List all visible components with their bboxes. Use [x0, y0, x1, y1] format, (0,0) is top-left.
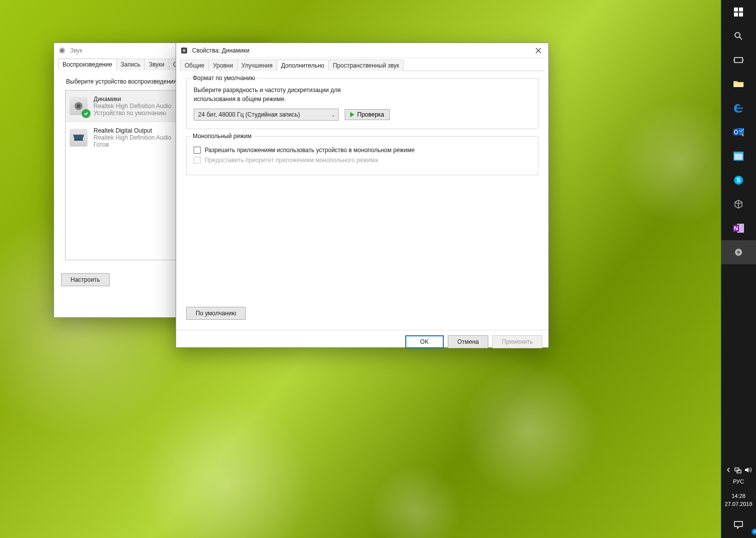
tab-sounds[interactable]: Звуки — [144, 59, 169, 70]
system-tray: РУС 14:28 27.07.2018 6 — [721, 462, 756, 538]
props-tabs: Общие Уровни Улучшения Дополнительно Про… — [176, 58, 548, 71]
digital-device-icon — [70, 129, 88, 147]
svg-rect-16 — [734, 154, 742, 160]
volume-icon[interactable] — [744, 466, 751, 473]
network-icon[interactable] — [734, 466, 741, 473]
start-button[interactable] — [721, 0, 756, 24]
search-button[interactable] — [721, 24, 756, 48]
format-legend: Формат по умолчанию — [191, 75, 257, 82]
skype-icon: S — [733, 175, 743, 185]
tab-levels[interactable]: Уровни — [208, 60, 237, 71]
props-title: Свойства: Динамики — [192, 47, 528, 54]
properties-window: Свойства: Динамики Общие Уровни Улучшени… — [176, 43, 549, 348]
cube-icon — [733, 199, 743, 209]
default-format-group: Формат по умолчанию Выберите разрядность… — [186, 78, 538, 129]
tab-playback[interactable]: Воспроизведение — [58, 59, 117, 70]
test-label: Проверка — [357, 111, 384, 118]
tab-general[interactable]: Общие — [180, 60, 209, 71]
sound-settings-button[interactable] — [721, 240, 756, 264]
ok-button[interactable]: OK — [405, 335, 444, 348]
virtualbox-button[interactable] — [721, 192, 756, 216]
device-driver: Realtek High Definition Audio — [94, 103, 171, 110]
svg-point-10 — [735, 33, 740, 38]
svg-point-1 — [61, 49, 64, 52]
time: 14:28 — [724, 492, 752, 500]
clock[interactable]: 14:28 27.07.2018 — [724, 489, 752, 511]
format-text: Выберите разрядность и частоту дискретиз… — [194, 86, 384, 104]
chevron-down-icon: ⌄ — [331, 112, 335, 118]
apply-button[interactable]: Применить — [492, 335, 542, 348]
svg-point-5 — [183, 49, 186, 52]
device-status: Готов — [94, 141, 171, 148]
tray-chevron-icon[interactable] — [725, 467, 731, 473]
notification-count: 6 — [751, 528, 756, 535]
allow-exclusive-row[interactable]: Разрешить приложениям использовать устро… — [194, 147, 531, 154]
onenote-icon: N — [733, 223, 744, 233]
svg-text:S: S — [736, 177, 740, 184]
device-driver: Realtek High Definition Audio — [94, 134, 171, 141]
exclusive-mode-group: Монопольный режим Разрешить приложениям … — [186, 136, 538, 175]
svg-rect-6 — [734, 8, 738, 12]
svg-point-23 — [737, 251, 740, 254]
task-view-button[interactable] — [721, 48, 756, 72]
configure-button[interactable]: Настроить — [61, 273, 110, 286]
action-center-button[interactable]: 6 — [721, 516, 756, 534]
tab-enhancements[interactable]: Улучшения — [237, 60, 277, 71]
svg-text:N: N — [734, 225, 738, 231]
speaker-icon — [180, 47, 188, 55]
priority-exclusive-label: Предоставить приоритет приложениям моноп… — [205, 157, 378, 164]
edge-button[interactable] — [721, 96, 756, 120]
svg-point-3 — [77, 104, 81, 108]
outlook-icon — [733, 127, 744, 137]
priority-exclusive-row: Предоставить приоритет приложениям моноп… — [194, 157, 531, 164]
file-explorer-button[interactable] — [721, 72, 756, 96]
speaker-device-icon — [70, 97, 88, 115]
device-status: Устройство по умолчанию — [94, 110, 171, 117]
outlook-button[interactable] — [721, 120, 756, 144]
checkbox-allow-exclusive[interactable] — [194, 147, 201, 154]
folder-icon — [733, 80, 743, 88]
play-icon — [350, 112, 354, 117]
svg-rect-7 — [739, 8, 743, 12]
svg-rect-11 — [734, 58, 742, 63]
app-button-1[interactable] — [721, 144, 756, 168]
taskbar: S N РУС 14:28 27 — [721, 0, 756, 538]
close-icon — [535, 48, 541, 54]
svg-rect-9 — [739, 13, 743, 17]
cancel-button[interactable]: Отмена — [448, 335, 488, 348]
exclusive-legend: Монопольный режим — [191, 133, 254, 140]
svg-rect-8 — [734, 13, 738, 17]
format-value: 24 бит, 48000 Гц (Студийная запись) — [198, 111, 300, 118]
onenote-button[interactable]: N — [721, 216, 756, 240]
tab-advanced[interactable]: Дополнительно — [277, 60, 329, 71]
windows-icon — [734, 8, 743, 17]
tab-spatial[interactable]: Пространственный звук — [328, 60, 404, 71]
restore-defaults-button[interactable]: По умолчанию — [186, 307, 246, 320]
device-name: Динамики — [94, 96, 171, 103]
skype-button[interactable]: S — [721, 168, 756, 192]
default-check-icon — [82, 109, 91, 118]
speaker-icon — [734, 248, 743, 257]
notification-icon — [734, 521, 743, 529]
allow-exclusive-label: Разрешить приложениям использовать устро… — [205, 147, 415, 154]
speaker-icon — [58, 47, 66, 55]
date: 27.07.2018 — [724, 500, 752, 508]
close-button[interactable] — [528, 43, 548, 58]
language-indicator[interactable]: РУС — [733, 478, 744, 484]
task-view-icon — [733, 56, 743, 64]
test-button[interactable]: Проверка — [345, 109, 390, 120]
edge-icon — [733, 103, 743, 113]
checkbox-priority-exclusive — [194, 157, 201, 164]
tab-recording[interactable]: Запись — [116, 59, 145, 70]
search-icon — [734, 32, 743, 41]
svg-rect-13 — [733, 129, 739, 136]
props-titlebar[interactable]: Свойства: Динамики — [176, 43, 548, 58]
window-icon — [733, 152, 743, 161]
device-name: Realtek Digital Output — [94, 127, 171, 134]
format-select[interactable]: 24 бит, 48000 Гц (Студийная запись) ⌄ — [194, 109, 339, 121]
